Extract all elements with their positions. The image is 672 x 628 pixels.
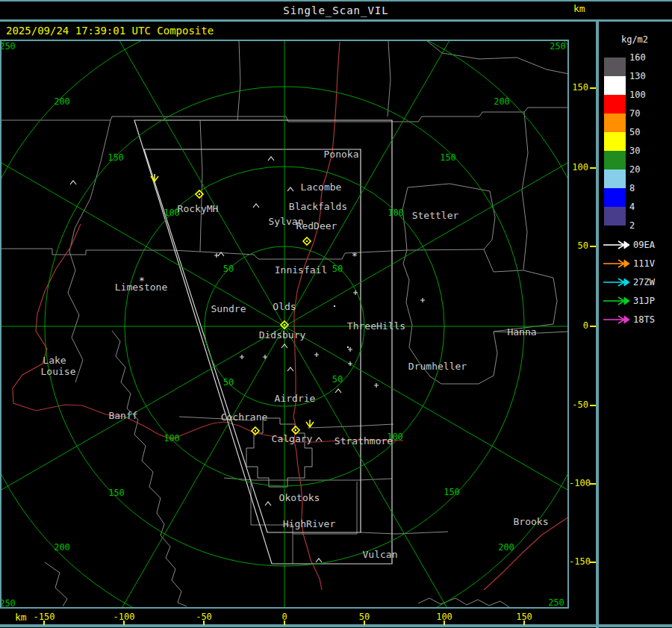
ring-distance-label: 50	[332, 374, 343, 385]
ring-distance-label: 150	[108, 488, 125, 498]
scale-swatch	[604, 95, 626, 114]
town-caret-marker	[287, 187, 293, 191]
ring-distance-label: 200	[498, 542, 514, 553]
scale-value-label: 4	[629, 202, 659, 212]
town-star-marker: *	[139, 275, 145, 286]
scale-value-label: 70	[629, 108, 659, 119]
ring-distance-label: 150	[440, 152, 456, 163]
scale-swatch	[604, 188, 626, 207]
scale-value-label: 50	[629, 127, 659, 137]
bottom-axis-unit: km	[15, 612, 27, 623]
scale-swatch	[604, 207, 626, 226]
city-label: Innisfail	[275, 264, 327, 276]
town-caret-marker	[287, 367, 293, 371]
radar-id-label: 18TS	[633, 314, 655, 325]
radar-legend-row: 111V	[602, 258, 630, 270]
scale-value-label: 100	[629, 90, 659, 100]
town-caret-marker	[265, 502, 271, 506]
radar-legend-row: 18TS	[602, 314, 630, 326]
panel-divider	[596, 20, 599, 628]
town-caret-marker	[316, 559, 322, 562]
radar-direction-arrow-icon	[602, 258, 630, 270]
radar-direction-arrow-icon	[602, 295, 630, 307]
right-axis-tick	[590, 483, 596, 485]
ring-distance-label: 250	[550, 41, 566, 52]
bottom-rule	[0, 624, 672, 627]
bottom-axis-tick	[203, 621, 205, 625]
right-axis-tick-label: 50	[569, 240, 588, 251]
town-dot-marker	[334, 305, 335, 307]
city-label: Okotoks	[279, 492, 320, 503]
bottom-axis-tick	[523, 621, 525, 625]
city-label: Ponoka	[324, 149, 359, 160]
ring-distance-label: 100	[164, 433, 180, 444]
scale-value-label: 20	[629, 164, 659, 175]
city-label: Olds	[273, 301, 296, 312]
scale-swatch	[604, 151, 626, 170]
scale-swatch	[604, 132, 626, 151]
right-axis-tick-label: -50	[569, 400, 588, 410]
town-plus-marker	[420, 298, 425, 302]
scale-swatch	[604, 170, 626, 188]
right-axis-tick	[590, 167, 596, 169]
scale-swatch	[604, 57, 626, 76]
town-caret-marker	[335, 389, 341, 393]
city-label: Lake	[43, 355, 66, 366]
legend-unit-label: kg/m2	[612, 34, 657, 45]
ring-distance-label: 250	[0, 41, 16, 52]
radar-site-center	[306, 240, 308, 242]
radar-site-center	[199, 193, 200, 195]
scale-value-label: 130	[629, 71, 659, 81]
city-label: HighRiver	[283, 518, 336, 529]
radar-direction-arrow-icon	[602, 314, 630, 326]
radar-map[interactable]: 5050505010010010010015015015015020020020…	[0, 40, 569, 609]
timestamp-label: 2025/09/24 17:39:01 UTC Composite	[6, 25, 214, 37]
town-plus-marker	[214, 253, 219, 258]
city-label: Drumheller	[408, 361, 467, 372]
radar-direction-arrow-icon	[602, 276, 630, 288]
scale-swatch	[604, 76, 626, 95]
right-axis-unit: km	[573, 3, 585, 14]
city-label: Blackfalds	[289, 201, 347, 212]
town-plus-marker	[374, 383, 379, 388]
city-label: Calgary	[272, 433, 313, 444]
town-plus-marker	[263, 355, 267, 359]
city-label: Strathmore	[335, 435, 393, 447]
ring-distance-label: 150	[444, 487, 460, 497]
ring-distance-label: 250	[0, 598, 16, 609]
bottom-axis-tick	[123, 621, 125, 625]
title-bar: Single_Scan_VIL	[0, 1, 672, 19]
radar-id-label: 09EA	[633, 240, 655, 250]
city-label: Louise	[41, 366, 76, 377]
city-label: Lacombe	[301, 181, 342, 193]
radar-coverage-outlines	[134, 120, 392, 564]
radar-legend-row: 27ZW	[602, 276, 630, 288]
right-axis-tick	[590, 87, 596, 89]
right-axis-tick-label: -100	[569, 478, 588, 488]
town-caret-marker	[70, 181, 76, 184]
radar-id-label: 31JP	[633, 296, 655, 306]
right-axis-tick-label: 0	[569, 320, 588, 331]
radar-legend-row: 09EA	[602, 239, 630, 251]
city-label: Sundre	[211, 303, 246, 314]
town-plus-marker	[353, 290, 358, 295]
city-label: Vulcan	[363, 549, 398, 560]
right-axis-tick-label: -150	[569, 556, 588, 567]
right-axis-tick	[590, 562, 596, 563]
ring-distance-label: 50	[332, 264, 343, 274]
bottom-axis-tick	[43, 621, 45, 625]
bottom-axis-tick	[284, 621, 285, 625]
town-dot-marker	[347, 346, 349, 348]
radar-legend-row: 31JP	[602, 295, 630, 307]
town-star-marker: *	[352, 250, 358, 261]
city-label: Brooks	[514, 516, 549, 527]
scale-min-label: 2	[629, 220, 659, 231]
radar-site-center	[255, 430, 256, 432]
radar-app-window: Single_Scan_VIL 2025/09/24 17:39:01 UTC …	[0, 0, 672, 628]
right-axis-tick-label: 100	[569, 162, 588, 172]
ring-distance-label: 250	[548, 597, 564, 608]
ring-distance-label: 50	[223, 264, 234, 274]
radar-id-label: 27ZW	[633, 277, 655, 287]
right-axis-tick	[590, 246, 596, 247]
radar-site-center	[295, 429, 296, 431]
